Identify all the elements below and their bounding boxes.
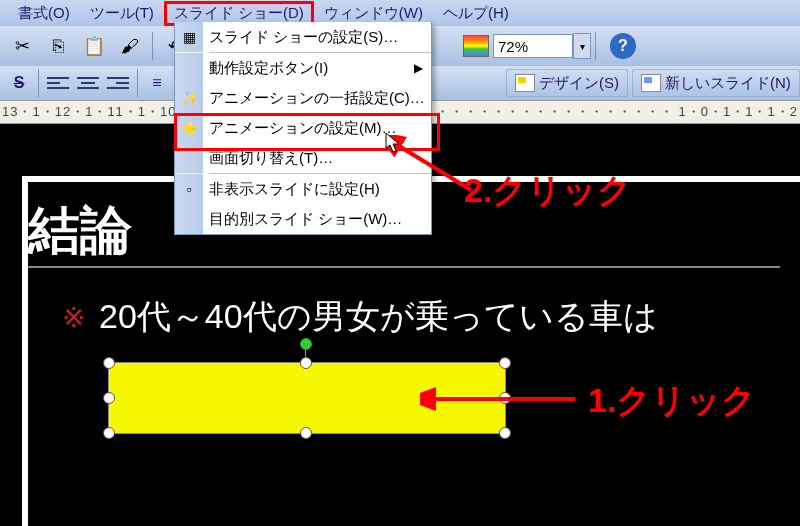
rotate-handle-icon[interactable] — [300, 338, 312, 350]
new-slide-label: 新しいスライド(N) — [665, 74, 791, 93]
resize-handle[interactable] — [300, 357, 312, 369]
slide-bullet-item[interactable]: ※ 20代～40代の男女が乗っている車は — [62, 294, 658, 340]
menu-help[interactable]: ヘルプ(H) — [433, 2, 519, 25]
new-slide-button[interactable]: 新しいスライド(N) — [632, 69, 800, 97]
star-gear-icon: ⭐ — [175, 113, 203, 143]
bullet-marker-icon: ※ — [62, 301, 85, 334]
strike-button[interactable]: S — [6, 70, 32, 96]
separator — [38, 69, 39, 97]
separator — [137, 69, 138, 97]
svg-marker-0 — [386, 133, 399, 152]
annotation-step1: 1.クリック — [588, 378, 756, 424]
new-slide-swatch-icon — [641, 74, 661, 92]
mouse-cursor-icon — [385, 132, 403, 154]
align-right-icon[interactable] — [105, 70, 131, 96]
slideshow-dropdown: ▦ スライド ショーの設定(S)… 動作設定ボタン(I) ▶ ✨ アニメーション… — [174, 22, 432, 235]
separator — [595, 32, 596, 60]
design-button[interactable]: デザイン(S) — [506, 69, 628, 97]
align-left-icon[interactable] — [45, 70, 71, 96]
dd-custom-show[interactable]: 目的別スライド ショー(W)… — [175, 204, 431, 234]
bullet-text: 20代～40代の男女が乗っている車は — [99, 294, 658, 340]
cut-icon[interactable]: ✂ — [6, 30, 38, 62]
dd-anim-scheme[interactable]: ✨ アニメーションの一括設定(C)… — [175, 83, 431, 113]
separator — [152, 32, 153, 60]
dd-action-buttons[interactable]: 動作設定ボタン(I) ▶ — [175, 53, 431, 83]
resize-handle[interactable] — [499, 357, 511, 369]
red-arrow-1 — [420, 384, 580, 414]
resize-handle[interactable] — [499, 427, 511, 439]
design-label: デザイン(S) — [539, 74, 619, 93]
copy-icon[interactable]: ⎘ — [42, 30, 74, 62]
hide-slide-icon: ▫ — [175, 174, 203, 204]
resize-handle[interactable] — [300, 427, 312, 439]
projector-icon: ▦ — [175, 22, 203, 52]
annotation-step2: 2.クリック — [464, 168, 632, 214]
title-underline — [28, 266, 780, 268]
resize-handle[interactable] — [103, 357, 115, 369]
bullets-icon[interactable]: ≡ — [144, 70, 170, 96]
anim-scheme-icon: ✨ — [175, 83, 203, 113]
design-swatch-icon — [515, 74, 535, 92]
svg-line-1 — [394, 143, 471, 190]
align-center-icon[interactable] — [75, 70, 101, 96]
format-painter-icon[interactable]: 🖌 — [114, 30, 146, 62]
zoom-dropdown-icon[interactable]: ▾ — [573, 33, 591, 59]
submenu-arrow-icon: ▶ — [414, 61, 423, 75]
menu-tools[interactable]: ツール(T) — [80, 2, 164, 25]
zoom-field[interactable]: 72% — [493, 34, 573, 58]
paste-icon[interactable]: 📋 — [78, 30, 110, 62]
resize-handle[interactable] — [103, 427, 115, 439]
help-icon[interactable]: ? — [610, 33, 636, 59]
slide-title[interactable]: 結論 — [28, 196, 132, 266]
resize-handle[interactable] — [103, 392, 115, 404]
menu-format[interactable]: 書式(O) — [8, 2, 80, 25]
dd-setup-show[interactable]: ▦ スライド ショーの設定(S)… — [175, 22, 431, 52]
color-icon[interactable] — [463, 35, 489, 57]
